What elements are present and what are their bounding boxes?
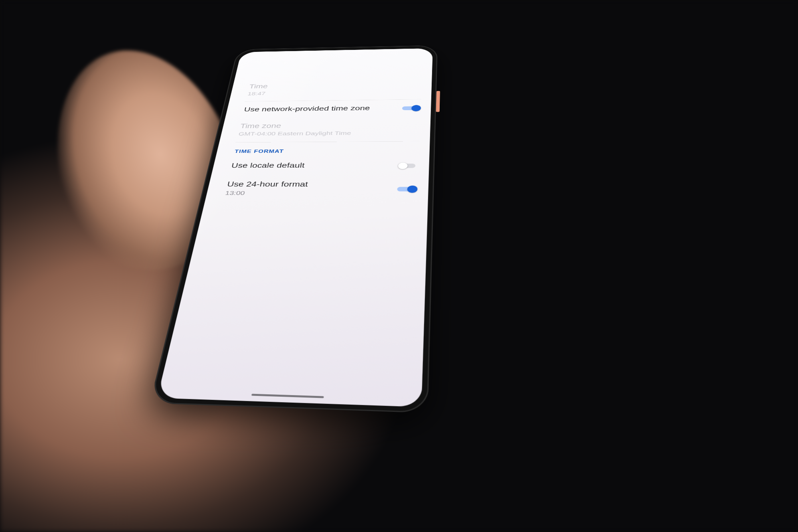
- setting-row-24h-format[interactable]: Use 24-hour format 13:00: [222, 175, 418, 203]
- gesture-nav-pill[interactable]: [251, 394, 324, 398]
- toggle-thumb: [398, 162, 408, 169]
- network-tz-title: Use network-provided time zone: [243, 104, 420, 113]
- time-value: 18:47: [247, 89, 420, 96]
- 24h-title: Use 24-hour format: [227, 180, 417, 188]
- setting-row-time-zone: Time zone GMT-04:00 Eastern Daylight Tim…: [235, 116, 421, 142]
- network-tz-toggle[interactable]: [402, 105, 421, 111]
- setting-row-time: Time 18:47: [245, 76, 422, 101]
- 24h-sub: 13:00: [225, 190, 416, 197]
- locale-default-title: Use locale default: [231, 161, 417, 169]
- locale-default-toggle[interactable]: [399, 162, 418, 168]
- toggle-thumb: [407, 186, 417, 193]
- setting-row-network-time-zone[interactable]: Use network-provided time zone: [241, 99, 421, 118]
- time-title: Time: [249, 81, 421, 90]
- section-header-time-format: TIME FORMAT: [232, 141, 420, 157]
- toggle-thumb: [411, 105, 421, 111]
- time-zone-value: GMT-04:00 Eastern Daylight Time: [238, 130, 419, 137]
- 24h-toggle[interactable]: [397, 186, 417, 192]
- setting-row-locale-default[interactable]: Use locale default: [228, 156, 419, 175]
- settings-list: Time 18:47 Use network-provided time zon…: [205, 76, 432, 203]
- time-zone-title: Time zone: [240, 121, 419, 129]
